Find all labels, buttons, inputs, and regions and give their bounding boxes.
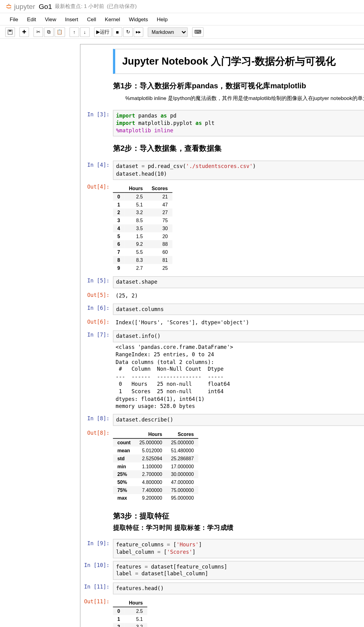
in-prompt: In [8]:	[81, 414, 113, 426]
markdown-text: %matplotlib inline 是Ipython的魔法函数，其作用是使ma…	[113, 94, 364, 102]
output-cell: Out[11]: Hours02.515.123.238.543.5	[81, 597, 364, 627]
svg-point-0	[8, 4, 9, 5]
dataframe-table: HoursScores02.52115.14723.22738.57543.53…	[113, 184, 172, 272]
section-subheading: 提取特征：学习时间 提取标签：学习成绩	[113, 524, 364, 532]
checkpoint-status: 最新检查点: 1 小时前	[55, 3, 104, 10]
code-input[interactable]: features = dataset[feature_columns] labe…	[113, 561, 364, 580]
output-cell: Out[8]: HoursScorescount25.00000025.0000…	[81, 429, 364, 504]
in-prompt: In [5]:	[81, 276, 113, 288]
autosave-status: (已自动保存)	[107, 3, 136, 10]
page-title: Jupyter Notebook 入门学习-数据分析与可视化	[122, 54, 364, 68]
code-input[interactable]: dataset.describe()	[113, 414, 364, 426]
out-prompt: Out[4]:	[81, 182, 113, 274]
code-input[interactable]: dataset.columns	[113, 303, 364, 315]
code-input[interactable]: dataset = pd.read_csv('./studentscores.c…	[113, 161, 364, 180]
jupyter-icon	[5, 3, 12, 10]
code-cell[interactable]: In [5]: dataset.shape	[81, 276, 364, 288]
move-up-button[interactable]: ↑	[69, 27, 79, 37]
restart-button[interactable]: ↻	[123, 27, 133, 37]
menu-view[interactable]: View	[41, 14, 61, 24]
in-prompt: In [10]:	[81, 561, 113, 580]
menu-file[interactable]: File	[5, 14, 22, 24]
interrupt-button[interactable]: ■	[113, 27, 122, 37]
header-bar: jupyter Go1 最新检查点: 1 小时前 (已自动保存) Logout	[0, 0, 364, 13]
code-cell[interactable]: In [7]: dataset.info() <class 'pandas.co…	[81, 330, 364, 411]
code-input[interactable]: features.head()	[113, 582, 364, 594]
paste-button[interactable]: 📋	[54, 27, 65, 37]
menu-kernel[interactable]: Kernel	[101, 14, 125, 24]
out-prompt: Out[11]:	[81, 597, 113, 627]
output-cell: Out[5]: (25, 2)	[81, 291, 364, 301]
menu-bar: File Edit View Insert Cell Kernel Widget…	[0, 13, 364, 26]
markdown-cell[interactable]: 第2步：导入数据集，查看数据集	[81, 139, 364, 158]
section-heading: 第3步：提取特征	[113, 511, 364, 521]
markdown-cell[interactable]: 第3步：提取特征 提取特征：学习时间 提取标签：学习成绩	[81, 506, 364, 536]
restart-run-all-button[interactable]: ▸▸	[134, 27, 143, 37]
notebook-container: Jupyter Notebook 入门学习-数据分析与可视化 第1步：导入数据分…	[80, 44, 364, 627]
code-cell[interactable]: In [3]: import pandas as pd import matpl…	[81, 110, 364, 137]
menu-widgets[interactable]: Widgets	[125, 14, 152, 24]
toolbar: ✚ ✂ ⧉ 📋 ↑ ↓ ▶ 运行 ■ ↻ ▸▸ Markdown ⌨	[0, 26, 364, 39]
output-text: (25, 2)	[113, 291, 364, 301]
notebook-name[interactable]: Go1	[39, 2, 52, 10]
svg-rect-3	[9, 30, 12, 32]
dataframe-table: Hours02.515.123.238.543.5	[113, 599, 147, 627]
code-input[interactable]: dataset.info()	[113, 330, 364, 342]
markdown-cell[interactable]: Jupyter Notebook 入门学习-数据分析与可视化 第1步：导入数据分…	[81, 47, 364, 107]
code-cell[interactable]: In [10]: features = dataset[feature_colu…	[81, 561, 364, 580]
menu-help[interactable]: Help	[152, 14, 172, 24]
menu-cell[interactable]: Cell	[83, 14, 101, 24]
out-prompt: Out[5]:	[81, 291, 113, 301]
jupyter-logo[interactable]: jupyter	[5, 2, 35, 10]
in-prompt: In [7]:	[81, 330, 113, 411]
output-cell: Out[6]: Index(['Hours', 'Scores'], dtype…	[81, 318, 364, 328]
in-prompt: In [9]:	[81, 539, 113, 558]
run-button[interactable]: ▶ 运行	[94, 27, 112, 37]
add-cell-button[interactable]: ✚	[19, 27, 29, 37]
output-text: <class 'pandas.core.frame.DataFrame'> Ra…	[113, 342, 364, 411]
svg-point-1	[10, 8, 11, 9]
in-prompt: In [3]:	[81, 110, 113, 137]
dataframe-table: HoursScorescount25.00000025.000000mean5.…	[113, 430, 198, 502]
code-input[interactable]: import pandas as pd import matplotlib.py…	[113, 110, 364, 137]
cell-type-select[interactable]: Markdown	[148, 27, 188, 37]
menu-edit[interactable]: Edit	[22, 14, 40, 24]
code-cell[interactable]: In [6]: dataset.columns	[81, 303, 364, 315]
logo-text: jupyter	[14, 2, 35, 10]
code-cell[interactable]: In [9]: feature_columns = ['Hours'] labe…	[81, 539, 364, 558]
code-input[interactable]: dataset.shape	[113, 276, 364, 288]
menu-insert[interactable]: Insert	[61, 14, 83, 24]
cut-button[interactable]: ✂	[34, 27, 43, 37]
copy-button[interactable]: ⧉	[44, 27, 53, 37]
code-cell[interactable]: In [11]: features.head()	[81, 582, 364, 594]
output-cell: Out[4]: HoursScores02.52115.14723.22738.…	[81, 182, 364, 274]
code-input[interactable]: feature_columns = ['Hours'] label_column…	[113, 539, 364, 558]
section-heading: 第2步：导入数据集，查看数据集	[113, 144, 364, 154]
out-prompt: Out[6]:	[81, 318, 113, 328]
output-text: Index(['Hours', 'Scores'], dtype='object…	[113, 318, 364, 328]
in-prompt: In [11]:	[81, 582, 113, 594]
save-button[interactable]	[5, 27, 15, 37]
section-heading: 第1步：导入数据分析库pandas，数据可视化库matplotlib	[113, 81, 364, 91]
command-palette-button[interactable]: ⌨	[192, 27, 204, 37]
out-prompt: Out[8]:	[81, 429, 113, 504]
save-icon	[7, 29, 13, 34]
in-prompt: In [6]:	[81, 303, 113, 315]
move-down-button[interactable]: ↓	[80, 27, 89, 37]
in-prompt: In [4]:	[81, 161, 113, 180]
code-cell[interactable]: In [8]: dataset.describe()	[81, 414, 364, 426]
code-cell[interactable]: In [4]: dataset = pd.read_csv('./student…	[81, 161, 364, 180]
